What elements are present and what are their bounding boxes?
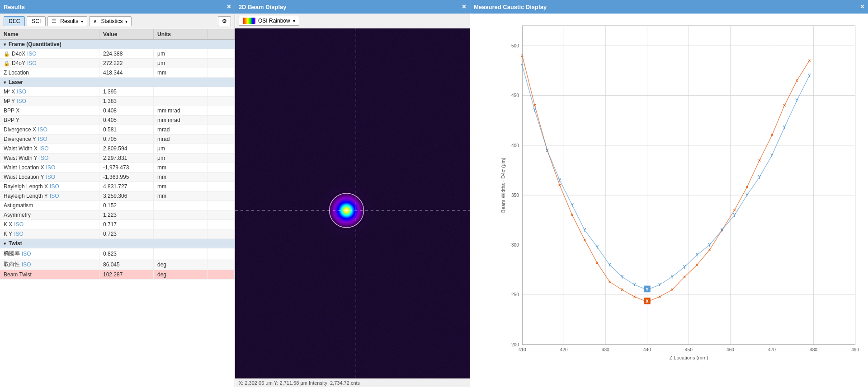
iso-link[interactable]: ISO — [17, 89, 26, 95]
svg-text:480: 480 — [810, 347, 817, 352]
iso-link[interactable]: ISO — [27, 60, 37, 66]
section-header[interactable]: ▾Laser — [0, 78, 235, 87]
svg-text:Y: Y — [646, 287, 649, 292]
caustic-close-button[interactable]: × — [860, 3, 864, 11]
row-name-cell: M² X ISO — [0, 87, 99, 96]
table-row: Divergence Y ISO0.705mrad — [0, 135, 235, 144]
table-row: Z Location418.344mm — [0, 68, 235, 78]
row-name-cell: Asymmetry — [0, 210, 99, 219]
sci-button[interactable]: SCI — [27, 16, 46, 26]
section-header[interactable]: ▾Frame (Quantitative) — [0, 40, 235, 49]
row-units-cell: deg — [154, 259, 208, 270]
row-value-cell: 0.723 — [99, 229, 154, 238]
iso-link[interactable]: ISO — [22, 261, 31, 268]
iso-link[interactable]: ISO — [46, 164, 56, 171]
row-units-cell: mm — [154, 163, 208, 172]
svg-text:×: × — [621, 287, 623, 292]
row-name-cell: K X ISO — [0, 220, 99, 229]
caustic-title-bar: Measured Caustic Display × — [470, 0, 868, 14]
svg-text:×: × — [583, 238, 586, 242]
row-value-cell: 0.405 — [99, 116, 154, 125]
beam-status-bar: X: 2,302.06 μm Y: 2,711.58 μm Intensity:… — [235, 378, 470, 387]
svg-text:420: 420 — [560, 347, 568, 352]
row-value-cell: 1.395 — [99, 87, 154, 96]
svg-text:×: × — [558, 183, 561, 188]
svg-text:Y: Y — [758, 175, 761, 180]
results-close-button[interactable]: × — [227, 3, 231, 11]
svg-text:×: × — [708, 247, 711, 252]
iso-link[interactable]: ISO — [50, 183, 59, 190]
svg-text:×: × — [571, 213, 574, 218]
row-extra-cell — [208, 210, 235, 219]
row-name-cell: Divergence Y ISO — [0, 135, 99, 144]
row-value-cell: 2,297.831 — [99, 154, 154, 163]
row-extra-cell — [208, 248, 235, 259]
caustic-chart-svg: 2002503003504004505004104204304404504604… — [497, 18, 863, 369]
beam-toolbar: OSI Rainbow ▾ — [235, 14, 470, 28]
iso-link[interactable]: ISO — [22, 251, 31, 257]
iso-link[interactable]: ISO — [17, 98, 26, 104]
svg-text:250: 250 — [511, 292, 519, 297]
dec-button[interactable]: DEC — [4, 16, 25, 26]
svg-text:Y: Y — [658, 282, 661, 287]
row-extra-cell — [208, 49, 235, 58]
svg-text:×: × — [745, 185, 748, 190]
caustic-chart-area: 2002503003504004505004104204304404504604… — [470, 14, 868, 387]
iso-link[interactable]: ISO — [39, 155, 49, 161]
row-name-cell: Waist Location Y ISO — [0, 173, 99, 182]
section-label: Twist — [9, 240, 22, 247]
colormap-label: OSI Rainbow — [258, 18, 290, 24]
iso-link[interactable]: ISO — [46, 174, 55, 180]
svg-text:500: 500 — [511, 43, 519, 48]
colormap-swatch — [243, 18, 255, 24]
row-units-cell: μm — [154, 59, 208, 68]
caustic-title: Measured Caustic Display — [474, 4, 547, 10]
row-value-cell: 0.408 — [99, 106, 154, 115]
colormap-chevron: ▾ — [293, 19, 295, 23]
row-name: K Y — [4, 231, 12, 237]
row-value-cell: 2,809.594 — [99, 144, 154, 153]
table-row: Rayleigh Length Y ISO3,259.306mm — [0, 191, 235, 201]
row-name-cell: Beam Twist — [0, 270, 99, 279]
iso-link[interactable]: ISO — [50, 193, 59, 199]
svg-text:×: × — [683, 275, 686, 280]
table-row: Waist Location Y ISO-1,363.995mm — [0, 173, 235, 182]
row-extra-cell — [208, 191, 235, 200]
iso-link[interactable]: ISO — [14, 221, 24, 228]
svg-text:×: × — [671, 287, 674, 292]
col-name: Name — [0, 29, 99, 39]
iso-link[interactable]: ISO — [39, 145, 49, 152]
row-name: Asymmetry — [4, 212, 31, 218]
svg-text:Y: Y — [633, 282, 636, 287]
table-row: Waist Width Y ISO2,297.831μm — [0, 154, 235, 163]
settings-button[interactable]: ⚙ — [218, 16, 231, 26]
svg-text:Y: Y — [546, 148, 549, 153]
results-toolbar: DEC SCI ☰ Results ▾ ∧ Statistics ▾ ⚙ — [0, 14, 235, 29]
results-dropdown-button[interactable]: ☰ Results ▾ — [47, 16, 87, 26]
iso-link[interactable]: ISO — [27, 51, 37, 57]
row-units-cell: mrad — [154, 125, 208, 134]
row-extra-cell — [208, 97, 235, 106]
beam-canvas-area — [235, 28, 470, 378]
svg-text:Y: Y — [770, 153, 774, 158]
iso-link[interactable]: ISO — [38, 136, 47, 142]
svg-text:450: 450 — [685, 347, 693, 352]
colormap-selector[interactable]: OSI Rainbow ▾ — [239, 16, 299, 26]
row-name-cell: Rayleigh Length X ISO — [0, 182, 99, 191]
svg-text:Y: Y — [733, 213, 736, 218]
row-name: Rayleigh Length Y — [4, 193, 48, 199]
iso-link[interactable]: ISO — [14, 231, 24, 237]
beam-display-close-button[interactable]: × — [462, 3, 466, 11]
row-name-cell: K Y ISO — [0, 229, 99, 238]
svg-text:470: 470 — [768, 347, 776, 352]
beam-display-title: 2D Beam Display — [239, 4, 287, 10]
caustic-display-panel: Measured Caustic Display × 2002503003504… — [470, 0, 868, 387]
svg-text:Y: Y — [583, 228, 586, 233]
table-row: BPP X0.408mm mrad — [0, 106, 235, 116]
col-value: Value — [99, 29, 154, 39]
statistics-dropdown-button[interactable]: ∧ Statistics ▾ — [89, 16, 132, 26]
row-units-cell — [154, 229, 208, 238]
svg-text:Z Locations (mm): Z Locations (mm) — [669, 355, 708, 360]
iso-link[interactable]: ISO — [38, 126, 47, 133]
section-header[interactable]: ▾Twist — [0, 239, 235, 248]
